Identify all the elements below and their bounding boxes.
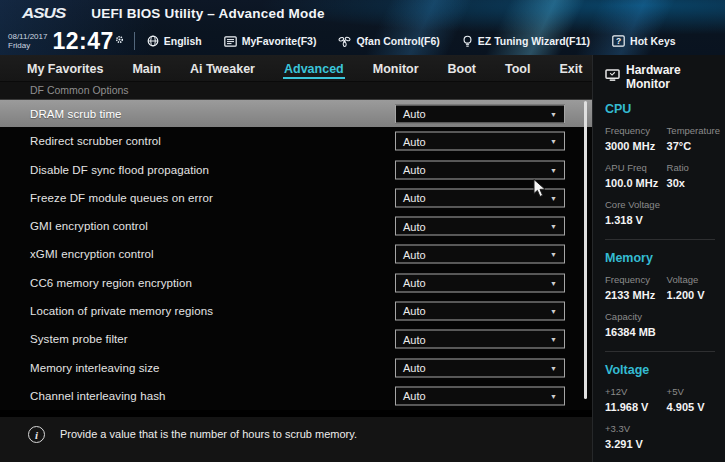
time-value: 12:47 bbox=[52, 28, 113, 54]
setting-label: Redirect scrubber control bbox=[30, 135, 161, 147]
setting-row-freeze-df-module-queues-on-error[interactable]: Freeze DF module queues on errorAuto▼ bbox=[0, 184, 592, 212]
status-bar: i Provide a value that is the number of … bbox=[0, 410, 592, 462]
chevron-down-icon: ▼ bbox=[550, 336, 557, 343]
hm-reading-value: 3000 MHz bbox=[605, 140, 667, 152]
top-banner: ASUS UEFI BIOS Utility – Advanced Mode 0… bbox=[0, 0, 725, 55]
tab-monitor[interactable]: Monitor bbox=[372, 58, 420, 79]
dropdown-gmi-encryption-control[interactable]: Auto▼ bbox=[395, 217, 565, 236]
hm-reading-label: +5V bbox=[667, 386, 715, 397]
tab-main[interactable]: Main bbox=[131, 58, 161, 79]
setting-row-system-probe-filter[interactable]: System probe filterAuto▼ bbox=[0, 325, 592, 353]
setting-label: DRAM scrub time bbox=[30, 108, 122, 120]
hm-section-title-voltage: Voltage bbox=[605, 363, 715, 377]
hm-reading-temperature: Temperature37°C bbox=[667, 125, 715, 152]
hm-reading-voltage: Voltage1.200 V bbox=[667, 274, 715, 301]
setting-label: Memory interleaving size bbox=[30, 362, 160, 374]
dropdown-redirect-scrubber-control[interactable]: Auto▼ bbox=[395, 132, 565, 151]
chevron-down-icon: ▼ bbox=[550, 364, 557, 371]
day-value: Friday bbox=[8, 41, 47, 50]
dropdown-memory-interleaving-size[interactable]: Auto▼ bbox=[395, 358, 565, 377]
tab-exit[interactable]: Exit bbox=[558, 58, 583, 79]
setting-label: Freeze DF module queues on error bbox=[30, 192, 213, 204]
hm-reading-label: Capacity bbox=[605, 311, 667, 322]
hm-reading-label: Voltage bbox=[667, 274, 715, 285]
hm-reading-apu-freq: APU Freq100.0 MHz bbox=[605, 162, 667, 189]
toolbar-item-qfan-control-f6[interactable]: Qfan Control(F6) bbox=[338, 35, 439, 47]
hm-reading-frequency: Frequency2133 MHz bbox=[605, 274, 667, 301]
setting-row-location-of-private-memory-regions[interactable]: Location of private memory regionsAuto▼ bbox=[0, 297, 592, 325]
toolbar-item-ez-tuning-wizard-f11[interactable]: EZ Tuning Wizard(F11) bbox=[462, 35, 590, 48]
tab-advanced[interactable]: Advanced bbox=[283, 58, 345, 79]
toolbar-item-label: Hot Keys bbox=[630, 35, 676, 47]
gear-icon[interactable] bbox=[115, 30, 124, 48]
setting-label: Channel interleaving hash bbox=[30, 390, 165, 402]
chevron-down-icon: ▼ bbox=[550, 194, 557, 201]
date-label: 08/11/2017 Friday bbox=[8, 28, 47, 50]
hm-reading-3-3v: +3.3V3.291 V bbox=[605, 423, 667, 450]
hm-section-divider bbox=[605, 351, 715, 352]
toolbar-item-hot-keys[interactable]: ?Hot Keys bbox=[612, 35, 676, 47]
fan-icon bbox=[338, 35, 351, 47]
setting-row-memory-interleaving-size[interactable]: Memory interleaving sizeAuto▼ bbox=[0, 353, 592, 381]
hm-section-title-memory: Memory bbox=[605, 251, 715, 265]
dropdown-value: Auto bbox=[403, 108, 426, 120]
hm-reading-row: +12V11.968 V+5V4.905 V bbox=[605, 386, 715, 413]
hm-reading-value: 3.291 V bbox=[605, 438, 667, 450]
toolbar-item-label: Qfan Control(F6) bbox=[356, 35, 439, 47]
hm-reading-value: 1.200 V bbox=[667, 289, 715, 301]
chevron-down-icon: ▼ bbox=[550, 223, 557, 230]
dropdown-xgmi-encryption-control[interactable]: Auto▼ bbox=[395, 245, 565, 264]
chevron-down-icon: ▼ bbox=[550, 279, 557, 286]
hardware-monitor-header: Hardware Monitor bbox=[605, 63, 715, 91]
hm-reading-value: 1.318 V bbox=[605, 214, 667, 226]
date-value: 08/11/2017 bbox=[8, 32, 47, 41]
dropdown-value: Auto bbox=[403, 248, 426, 260]
page-title: UEFI BIOS Utility – Advanced Mode bbox=[91, 6, 324, 21]
dropdown-value: Auto bbox=[403, 164, 426, 176]
hm-reading-ratio: Ratio30x bbox=[667, 162, 715, 189]
setting-label: GMI encryption control bbox=[30, 220, 148, 232]
dropdown-cc6-memory-region-encryption[interactable]: Auto▼ bbox=[395, 273, 565, 292]
myfavorite-icon bbox=[224, 36, 237, 47]
hm-reading-capacity: Capacity16384 MB bbox=[605, 311, 667, 338]
hm-reading-label: +12V bbox=[605, 386, 667, 397]
chevron-down-icon: ▼ bbox=[550, 138, 557, 145]
body: My FavoritesMainAi TweakerAdvancedMonito… bbox=[0, 55, 725, 462]
dropdown-disable-df-sync-flood-propagation[interactable]: Auto▼ bbox=[395, 160, 565, 179]
tab-my-favorites[interactable]: My Favorites bbox=[26, 58, 104, 79]
dropdown-dram-scrub-time[interactable]: Auto▼ bbox=[395, 104, 565, 123]
setting-row-gmi-encryption-control[interactable]: GMI encryption controlAuto▼ bbox=[0, 212, 592, 240]
hm-reading-label: Ratio bbox=[667, 162, 715, 173]
dropdown-value: Auto bbox=[403, 135, 426, 147]
chevron-down-icon: ▼ bbox=[550, 251, 557, 258]
setting-row-channel-interleaving-hash[interactable]: Channel interleaving hashAuto▼ bbox=[0, 382, 592, 410]
toolbar-row: 08/11/2017 Friday 12:47 EnglishMyFavorit… bbox=[0, 27, 725, 55]
breadcrumb: DF Common Options bbox=[0, 82, 592, 99]
setting-row-dram-scrub-time[interactable]: DRAM scrub timeAuto▼ bbox=[0, 99, 592, 127]
tab-tool[interactable]: Tool bbox=[504, 58, 531, 79]
setting-row-cc6-memory-region-encryption[interactable]: CC6 memory region encryptionAuto▼ bbox=[0, 269, 592, 297]
mouse-cursor bbox=[533, 179, 548, 202]
dropdown-channel-interleaving-hash[interactable]: Auto▼ bbox=[395, 386, 565, 405]
scrollbar[interactable] bbox=[584, 101, 587, 399]
hm-reading-row: Core Voltage1.318 V bbox=[605, 199, 715, 226]
toolbar-item-label: MyFavorite(F3) bbox=[242, 35, 317, 47]
tab-ai-tweaker[interactable]: Ai Tweaker bbox=[189, 58, 256, 79]
hardware-monitor-sections: CPUFrequency3000 MHzTemperature37°CAPU F… bbox=[605, 102, 715, 450]
setting-row-xgmi-encryption-control[interactable]: xGMI encryption controlAuto▼ bbox=[0, 240, 592, 268]
dropdown-value: Auto bbox=[403, 305, 426, 317]
setting-row-redirect-scrubber-control[interactable]: Redirect scrubber controlAuto▼ bbox=[0, 127, 592, 155]
dropdown-location-of-private-memory-regions[interactable]: Auto▼ bbox=[395, 301, 565, 320]
toolbar-divider bbox=[134, 32, 135, 50]
asus-logo: ASUS bbox=[22, 5, 65, 22]
hm-reading-label: +3.3V bbox=[605, 423, 667, 434]
bulb-icon bbox=[462, 35, 473, 48]
title-row: ASUS UEFI BIOS Utility – Advanced Mode bbox=[0, 0, 725, 27]
chevron-down-icon: ▼ bbox=[550, 307, 557, 314]
setting-row-disable-df-sync-flood-propagation[interactable]: Disable DF sync flood propagationAuto▼ bbox=[0, 156, 592, 184]
hm-reading-label: APU Freq bbox=[605, 162, 667, 173]
toolbar-item-english[interactable]: English bbox=[147, 35, 202, 47]
tab-boot[interactable]: Boot bbox=[447, 58, 477, 79]
toolbar-item-myfavorite-f3[interactable]: MyFavorite(F3) bbox=[224, 35, 317, 47]
dropdown-system-probe-filter[interactable]: Auto▼ bbox=[395, 330, 565, 349]
